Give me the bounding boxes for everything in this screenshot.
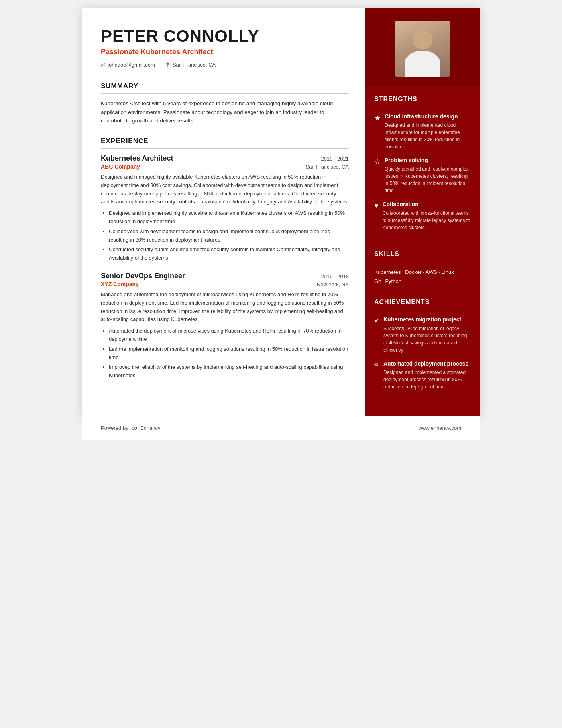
job-dates-1: 2018 - 2021 bbox=[321, 156, 349, 162]
achievement-desc-1: Successfully led migration of legacy sys… bbox=[383, 325, 471, 354]
footer-powered: Powered by ∞ Enhancv bbox=[101, 423, 161, 433]
job-company-2: XYZ Company bbox=[101, 281, 139, 287]
job-bullets-2: Automated the deployment of microservice… bbox=[101, 327, 349, 380]
strength-content-2: Problem solving Quickly identified and r… bbox=[385, 157, 471, 194]
job-location-1: San Francisco, CA bbox=[306, 164, 349, 170]
job-description-1: Designed and managed highly available Ku… bbox=[101, 173, 349, 206]
resume-name: PETER CONNOLLY bbox=[101, 27, 349, 45]
location-icon: 📍 bbox=[165, 62, 171, 68]
job-bullets-1: Designed and implemented highly scalable… bbox=[101, 209, 349, 262]
skills-line2: Git · Python bbox=[374, 277, 471, 286]
job-company-1: ABC Company bbox=[101, 163, 140, 170]
job-header-2: Senior DevOps Engineer 2016 - 2018 bbox=[101, 272, 349, 280]
bullet-2-1: Automated the deployment of microservice… bbox=[109, 327, 349, 344]
skills-title: SKILLS bbox=[374, 250, 471, 261]
skills-line1: Kubernetes · Docker · AWS · Linux · bbox=[374, 268, 471, 277]
job-header-1: Kubernetes Architect 2018 - 2021 bbox=[101, 154, 349, 163]
bullet-2-2: Led the implementation of monitoring and… bbox=[109, 345, 349, 362]
achievement-content-2: Automated deployment process Designed an… bbox=[383, 360, 471, 390]
strength-icon-2: ☆ bbox=[374, 157, 381, 194]
summary-title: SUMMARY bbox=[101, 82, 349, 94]
strength-title-3: Collaboration bbox=[383, 201, 471, 208]
experience-title: EXPERIENCE bbox=[101, 137, 349, 149]
location-contact: 📍 San Francisco, CA bbox=[165, 62, 216, 68]
footer-website: www.enhancv.com bbox=[419, 425, 461, 431]
summary-text: Kubernetes Architect with 5 years of exp… bbox=[101, 99, 349, 125]
bullet-1-1: Designed and implemented highly scalable… bbox=[109, 209, 349, 226]
achievement-content-1: Kubernetes migration project Successfull… bbox=[383, 316, 471, 353]
achievement-title-2: Automated deployment process bbox=[383, 360, 471, 367]
skills-section: SKILLS Kubernetes · Docker · AWS · Linux… bbox=[365, 241, 480, 289]
achievements-section: ACHIEVEMENTS ✔ Kubernetes migration proj… bbox=[365, 289, 480, 399]
strength-icon-1: ★ bbox=[374, 114, 381, 150]
bullet-1-2: Collaborated with development teams to d… bbox=[109, 228, 349, 244]
strength-desc-3: Collaborated with cross-functional teams… bbox=[383, 210, 471, 231]
achievement-item-2: ✏ Automated deployment process Designed … bbox=[374, 360, 471, 390]
right-column: STRENGTHS ★ Cloud infrastructure design … bbox=[365, 8, 480, 416]
resume-title: Passionate Kubernetes Architect bbox=[101, 48, 349, 56]
brand-name: Enhancv bbox=[140, 425, 161, 431]
strengths-title: STRENGTHS bbox=[374, 96, 471, 106]
footer: Powered by ∞ Enhancv www.enhancv.com bbox=[82, 416, 480, 440]
strength-title-2: Problem solving bbox=[385, 157, 471, 164]
achievement-icon-2: ✏ bbox=[374, 361, 379, 390]
achievements-title: ACHIEVEMENTS bbox=[374, 299, 471, 309]
strength-title-1: Cloud infrastructure design bbox=[385, 113, 471, 120]
strength-desc-2: Quickly identified and resolved complex … bbox=[385, 165, 471, 194]
strength-item-3: ♥ Collaboration Collaborated with cross-… bbox=[374, 201, 471, 231]
achievement-item-1: ✔ Kubernetes migration project Successfu… bbox=[374, 316, 471, 353]
bullet-1-3: Conducted security audits and implemente… bbox=[109, 246, 349, 262]
achievement-icon-1: ✔ bbox=[374, 317, 379, 353]
job-company-row-2: XYZ Company New York, NY bbox=[101, 281, 349, 287]
job-location-2: New York, NY bbox=[317, 281, 349, 287]
email-value: johndoe@gmail.com bbox=[108, 62, 155, 68]
strengths-section: STRENGTHS ★ Cloud infrastructure design … bbox=[365, 86, 480, 241]
powered-by-text: Powered by bbox=[101, 425, 128, 431]
job-title-2: Senior DevOps Engineer bbox=[101, 272, 185, 280]
location-value: San Francisco, CA bbox=[173, 62, 216, 68]
job-description-2: Managed and automated the deployment of … bbox=[101, 291, 349, 324]
profile-photo-placeholder bbox=[395, 21, 450, 77]
experience-section: EXPERIENCE Kubernetes Architect 2018 - 2… bbox=[101, 137, 349, 380]
strength-item-1: ★ Cloud infrastructure design Designed a… bbox=[374, 113, 471, 150]
strength-content-3: Collaboration Collaborated with cross-fu… bbox=[383, 201, 471, 231]
enhancv-logo-icon: ∞ bbox=[132, 423, 137, 433]
strength-icon-3: ♥ bbox=[374, 201, 379, 231]
bullet-2-3: Improved the reliability of the systems … bbox=[109, 363, 349, 380]
job-entry-2: Senior DevOps Engineer 2016 - 2018 XYZ C… bbox=[101, 272, 349, 380]
job-dates-2: 2016 - 2018 bbox=[321, 273, 349, 279]
email-contact: @ johndoe@gmail.com bbox=[101, 62, 155, 68]
job-title-1: Kubernetes Architect bbox=[101, 154, 173, 163]
job-company-row-1: ABC Company San Francisco, CA bbox=[101, 163, 349, 170]
achievement-desc-2: Designed and implemented automated deplo… bbox=[383, 369, 471, 390]
strength-item-2: ☆ Problem solving Quickly identified and… bbox=[374, 157, 471, 194]
job-entry-1: Kubernetes Architect 2018 - 2021 ABC Com… bbox=[101, 154, 349, 262]
profile-photo-area bbox=[365, 8, 480, 86]
header-contact: @ johndoe@gmail.com 📍 San Francisco, CA bbox=[101, 62, 349, 68]
strength-content-1: Cloud infrastructure design Designed and… bbox=[385, 113, 471, 150]
email-icon: @ bbox=[101, 62, 106, 68]
strength-desc-1: Designed and implemented cloud infrastru… bbox=[385, 122, 471, 150]
profile-photo bbox=[395, 21, 450, 77]
achievement-title-1: Kubernetes migration project bbox=[383, 316, 471, 323]
summary-section: SUMMARY Kubernetes Architect with 5 year… bbox=[101, 82, 349, 125]
